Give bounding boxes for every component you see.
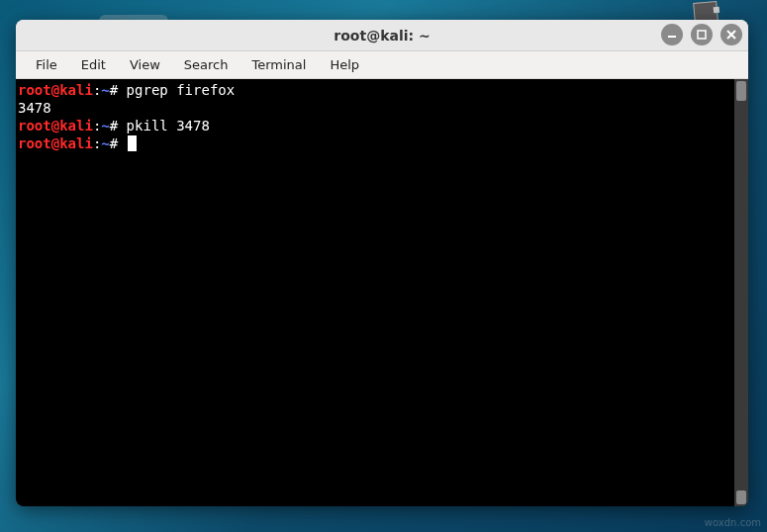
terminal-line: root@kali:~# pgrep firefox <box>18 81 734 99</box>
close-button[interactable] <box>720 24 742 45</box>
terminal-line: root@kali:~# pkill 3478 <box>18 117 734 134</box>
titlebar[interactable]: root@kali: ~ <box>16 20 748 51</box>
scrollbar-track[interactable] <box>734 103 748 488</box>
terminal-container: root@kali:~# pgrep firefox3478root@kali:… <box>16 79 748 506</box>
minimize-icon <box>666 29 678 41</box>
watermark: woxdn.com <box>705 517 761 528</box>
window-title: root@kali: ~ <box>334 28 430 44</box>
scrollbar-thumb-bottom[interactable] <box>736 490 746 504</box>
close-icon <box>725 29 737 41</box>
svg-rect-1 <box>698 31 706 39</box>
menu-help[interactable]: Help <box>318 53 371 76</box>
maximize-button[interactable] <box>691 24 713 45</box>
menu-view[interactable]: View <box>118 53 172 76</box>
minimize-button[interactable] <box>661 24 683 45</box>
scrollbar-thumb-top[interactable] <box>736 81 746 101</box>
terminal-window: root@kali: ~ File Edit View Search Termi… <box>16 20 748 506</box>
menu-edit[interactable]: Edit <box>69 53 118 76</box>
terminal-line: 3478 <box>18 99 734 117</box>
menubar: File Edit View Search Terminal Help <box>16 51 748 79</box>
menu-file[interactable]: File <box>24 53 69 76</box>
terminal-line: root@kali:~# <box>18 134 734 152</box>
window-controls <box>661 24 742 45</box>
maximize-icon <box>696 29 708 41</box>
scrollbar[interactable] <box>734 79 748 506</box>
cursor <box>128 135 137 151</box>
terminal-output[interactable]: root@kali:~# pgrep firefox3478root@kali:… <box>16 79 734 506</box>
menu-terminal[interactable]: Terminal <box>240 53 318 76</box>
menu-search[interactable]: Search <box>172 53 240 76</box>
